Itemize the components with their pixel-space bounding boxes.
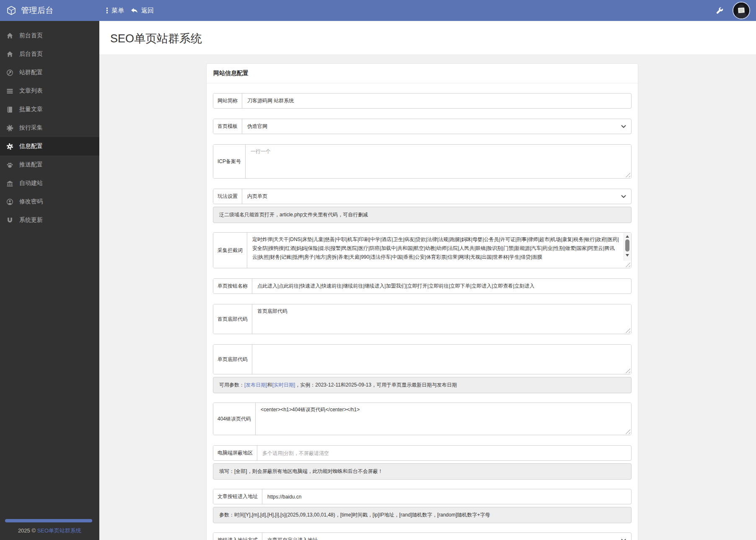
play-mode-value: 内页单页 — [247, 193, 267, 200]
menu-button-label: 菜单 — [111, 7, 124, 15]
chevron-down-icon — [621, 195, 626, 198]
article-button-url-input[interactable] — [262, 489, 631, 504]
home-icon — [5, 32, 14, 39]
collect-block-words-label: 采集拦截词 — [213, 233, 247, 268]
page-footer-code-label: 单页底部代码 — [213, 345, 252, 374]
sidebar-item-label: 信息配置 — [19, 143, 43, 150]
sidebar-scrollbar-thumb[interactable] — [5, 519, 92, 522]
page-header: SEO单页站群系统 — [99, 21, 756, 55]
user-circle-icon — [5, 198, 14, 205]
sidebar: 前台首页 后台首页 站群配置 文章列表 批量文章 按行采集 信息配置 推送配置 — [0, 21, 99, 540]
icp-row: ICP备案号 — [213, 144, 632, 179]
error-404-textarea[interactable]: <center><h1>404错误页代码</center></h1> — [256, 403, 631, 435]
sidebar-item-label: 推送配置 — [19, 161, 43, 169]
home-footer-code-label: 首页底部代码 — [213, 304, 252, 334]
pc-block-region-label: 电脑端屏蔽地区 — [213, 446, 257, 460]
sidebar-item-label: 前台首页 — [19, 32, 43, 39]
card-title: 网站信息配置 — [207, 64, 638, 83]
site-name-input[interactable] — [242, 93, 631, 108]
textarea-scrollbar[interactable] — [624, 233, 631, 261]
scrollbar-thumb[interactable] — [625, 239, 629, 252]
menu-dots-icon — [106, 7, 108, 14]
button-entry-mode-value: 文章可自定义进入地址 — [267, 537, 318, 540]
play-mode-row: 玩法设置 内页单页 — [213, 189, 632, 204]
back-button[interactable]: 返回 — [131, 0, 154, 21]
back-button-label: 返回 — [141, 7, 154, 15]
sidebar-item-label: 站群配置 — [19, 69, 43, 76]
error-404-row: 404错误页代码 <center><h1>404错误页代码</center></… — [213, 402, 632, 435]
homepage-template-value: 伪造官网 — [247, 123, 267, 130]
button-entry-mode-label: 按钮进入地址方式 — [213, 533, 262, 540]
site-name-row: 网站简称 — [213, 93, 632, 109]
sidebar-item-change-password[interactable]: 修改密码 — [0, 192, 99, 211]
magnet-icon — [5, 217, 14, 224]
homepage-template-select[interactable]: 伪造官网 — [242, 119, 631, 134]
sidebar-item-system-update[interactable]: 系统更新 — [0, 211, 99, 229]
icp-textarea[interactable] — [246, 145, 631, 178]
scroll-down-button[interactable] — [624, 252, 631, 258]
site-info-card: 网站信息配置 网站简称 首页模板 伪造官网 ICP备案号 — [206, 63, 638, 540]
homepage-template-label: 首页模板 — [213, 119, 242, 134]
error-404-label: 404错误页代码 — [213, 403, 256, 435]
button-names-label: 单页按钮名称 — [213, 279, 252, 293]
paw-icon — [5, 161, 14, 169]
gear-icon — [5, 143, 14, 150]
wrench-icon[interactable] — [716, 7, 723, 14]
page-footer-code-textarea[interactable] — [252, 345, 631, 374]
sidebar-item-auto-build[interactable]: 自动建站 — [0, 174, 99, 192]
page-title: SEO单页站群系统 — [99, 21, 756, 46]
brand-title: 管理后台 — [21, 5, 54, 16]
sidebar-item-label: 按行采集 — [19, 124, 43, 132]
sidebar-item-label: 文章列表 — [19, 87, 43, 95]
pc-block-region-input[interactable] — [257, 446, 631, 460]
book-icon — [5, 106, 14, 113]
footer-copyright: 2025 © — [18, 527, 37, 534]
bank-icon — [5, 180, 14, 187]
footer-brand-link[interactable]: SEO单页站群系统 — [37, 527, 81, 534]
sidebar-item-info-config[interactable]: 信息配置 — [0, 137, 99, 156]
realtime-date-link[interactable]: [实时日期] — [272, 382, 295, 388]
home-icon — [5, 51, 14, 58]
icp-label: ICP备案号 — [213, 145, 246, 178]
pc-block-region-row: 电脑端屏蔽地区 — [213, 445, 632, 461]
sidebar-item-batch-articles[interactable]: 批量文章 — [0, 100, 99, 119]
list-icon — [5, 88, 14, 95]
article-button-url-row: 文章按钮进入地址 — [213, 489, 632, 504]
menu-button[interactable]: 菜单 — [106, 0, 124, 21]
sidebar-item-label: 自动建站 — [19, 179, 43, 187]
button-names-row: 单页按钮名称 — [213, 278, 632, 294]
home-footer-code-textarea[interactable]: 首页底部代码 — [252, 304, 631, 334]
pc-block-region-help: 填写：[全部]，则会屏蔽所有地区电脑端，此功能对蜘蛛和后台不会屏蔽！ — [213, 463, 632, 480]
publish-date-link[interactable]: [发布日期] — [244, 382, 267, 388]
site-name-label: 网站简称 — [213, 93, 242, 108]
sidebar-item-site-group-config[interactable]: 站群配置 — [0, 63, 99, 82]
button-names-input[interactable] — [252, 279, 631, 293]
scroll-up-button[interactable] — [624, 234, 631, 239]
sidebar-item-label: 批量文章 — [19, 106, 43, 113]
play-mode-label: 玩法设置 — [213, 189, 242, 204]
topbar: 管理后台 菜单 返回 — [0, 0, 756, 21]
url-params-help: 参数：时间[Y],[m],[d],[H],[i],[s](2025,09,13,… — [213, 507, 632, 523]
sidebar-item-article-list[interactable]: 文章列表 — [0, 82, 99, 100]
play-mode-help: 泛二级域名只能首页打开，article.php文件夹里有代码，可自行删减 — [213, 207, 632, 223]
button-entry-mode-row: 按钮进入地址方式 文章可自定义进入地址 — [213, 532, 632, 540]
play-mode-select[interactable]: 内页单页 — [242, 189, 631, 204]
button-entry-mode-select[interactable]: 文章可自定义进入地址 — [262, 533, 631, 540]
sidebar-nav: 前台首页 后台首页 站群配置 文章列表 批量文章 按行采集 信息配置 推送配置 — [0, 21, 99, 229]
home-footer-code-row: 首页底部代码 首页底部代码 — [213, 304, 632, 334]
globe-marker-icon — [5, 69, 14, 76]
sidebar-item-front-home[interactable]: 前台首页 — [0, 26, 99, 45]
collect-block-words-row: 采集拦截词 定时炸弹|天天干|DNS|床垫|儿童|慈善|中职|机车|印刷|中学|… — [213, 232, 632, 268]
page-footer-code-row: 单页底部代码 — [213, 344, 632, 374]
sidebar-item-admin-home[interactable]: 后台首页 — [0, 45, 99, 63]
cube-logo-icon — [6, 5, 16, 16]
avatar[interactable] — [733, 2, 750, 19]
homepage-template-row: 首页模板 伪造官网 — [213, 119, 632, 134]
sidebar-item-push-config[interactable]: 推送配置 — [0, 156, 99, 174]
sidebar-footer: 2025 © SEO单页站群系统 — [0, 527, 99, 535]
main-content: SEO单页站群系统 网站信息配置 网站简称 首页模板 伪造官网 ICP备案号 — [99, 21, 756, 540]
sidebar-item-line-collect[interactable]: 按行采集 — [0, 119, 99, 137]
date-params-help: 可用参数：[发布日期]和[实时日期]，实例：2023-12-11和2025-09… — [213, 377, 632, 393]
collect-block-words-textarea[interactable]: 定时炸弹|天天干|DNS|床垫|儿童|慈善|中职|机车|印刷|中学|酒店|卫生|… — [247, 233, 631, 268]
brand[interactable]: 管理后台 — [0, 5, 99, 16]
